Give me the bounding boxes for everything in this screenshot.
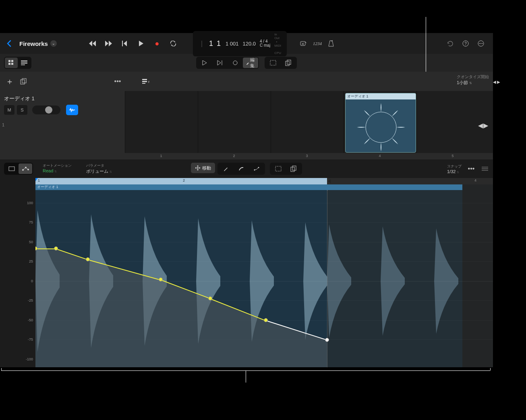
track-header-bar: ＋ ••• R クオンタイズ開始 1小節 ⇅ ◀▶ [0, 72, 493, 91]
help-icon[interactable]: ? [462, 39, 470, 48]
preview-play-button[interactable] [197, 58, 212, 68]
automation-point[interactable] [208, 296, 212, 300]
editor-menu-icon[interactable] [481, 165, 489, 173]
automation-plot[interactable]: 1 2 4 オーディオ 1 [35, 178, 493, 367]
updown-icon: ⇅ [54, 170, 57, 173]
svg-rect-11 [8, 60, 10, 62]
list-view-button[interactable] [18, 58, 31, 68]
countoff-button[interactable]: 1234 [313, 39, 321, 48]
tick-100: 100 [27, 201, 33, 205]
clip-label: オーディオ 1 [37, 185, 58, 189]
add-track-button[interactable]: ＋ [6, 77, 14, 85]
automation-point[interactable] [325, 338, 329, 342]
parameter-select[interactable]: パラメータ ボリューム ⇅ [86, 163, 112, 174]
ruler-1: 1 [160, 154, 162, 158]
right-arrow-icon[interactable]: ▶ [497, 80, 500, 84]
svg-point-9 [480, 43, 481, 44]
playhead-start-icon[interactable] [35, 178, 38, 181]
copy-tool[interactable] [286, 163, 301, 174]
quantize-panel[interactable]: クオンタイズ開始 1小節 ⇅ ◀▶ [457, 74, 489, 86]
preview-play-solo-button[interactable] [212, 58, 228, 68]
project-title[interactable]: Fireworks ⌄ [19, 40, 57, 47]
move-tool-button[interactable]: 移動 [191, 163, 215, 173]
back-button[interactable] [4, 39, 14, 48]
editor-right: スナップ 1/32 ⇅ ••• [447, 164, 489, 174]
more-icon[interactable] [477, 39, 485, 48]
volume-slider[interactable] [32, 106, 60, 114]
metronome-icon[interactable] [327, 39, 335, 48]
key-signature: C maj [260, 43, 270, 48]
curve-tool[interactable] [249, 163, 264, 174]
grid-view-button[interactable] [5, 58, 18, 68]
solo-button[interactable]: S [17, 105, 27, 115]
automation-point[interactable] [264, 318, 268, 322]
clip-header[interactable]: オーディオ 1 [35, 184, 462, 190]
duplicate-track-button[interactable] [19, 77, 27, 85]
marquee-tool[interactable] [271, 163, 286, 174]
automation-point[interactable] [54, 246, 58, 250]
waveform-area[interactable] [35, 190, 493, 367]
snap-select[interactable]: スナップ 1/32 ⇅ [447, 164, 462, 174]
svg-rect-12 [11, 60, 13, 62]
tick-m25: -25 [28, 298, 33, 302]
lcd-display[interactable]: ｜ 1 1 1 001 120.0 4 / 4 C maj In Out • M… [193, 31, 287, 56]
automation-point[interactable] [159, 277, 163, 281]
undo-icon[interactable] [446, 39, 454, 48]
svg-rect-0 [122, 41, 123, 46]
updown-icon: ⇅ [110, 170, 112, 173]
snap-value: 1/32 [447, 169, 456, 174]
go-to-start-button[interactable] [120, 39, 129, 48]
record-button[interactable]: ● [153, 39, 162, 48]
svg-rect-27 [142, 83, 145, 84]
left-arrow-icon[interactable]: ◀ [493, 80, 496, 84]
view-mode-group [4, 57, 31, 69]
marquee-tool-button[interactable] [265, 58, 281, 68]
replace-icon[interactable] [300, 39, 308, 48]
lcd-signature: 4 / 4 C maj [260, 39, 270, 48]
playback-tool-group: 編集 [196, 57, 259, 69]
track-header[interactable]: 1 オーディオ 1 M S [0, 91, 125, 159]
svg-rect-16 [21, 62, 27, 64]
arrange-ruler[interactable]: 1 2 3 4 5 [125, 153, 493, 159]
param-value: ボリューム [86, 169, 108, 174]
callout-line-editor-v [246, 370, 246, 383]
track-index: 1 [0, 122, 7, 127]
zoom-left-icon: ◀ [478, 122, 483, 129]
zoom-nav[interactable]: ◀▶ [478, 122, 488, 129]
editor-ruler[interactable]: 1 2 4 [35, 178, 493, 184]
automation-mode[interactable]: オートメーション Read ⇅ [43, 163, 72, 174]
lcd-meters: In Out • MIDI CPU [274, 33, 281, 55]
copy-tool-button[interactable] [281, 58, 296, 68]
editor-params: オートメーション Read ⇅ パラメータ ボリューム ⇅ [43, 163, 112, 174]
input-monitor-button[interactable] [66, 105, 78, 115]
automation-point[interactable] [86, 257, 90, 261]
automation-segment[interactable] [35, 248, 56, 249]
mute-button[interactable]: M [4, 105, 14, 115]
cycle-end-icon[interactable] [328, 179, 331, 183]
arrange-area[interactable]: オーディオ 1 1 2 [125, 91, 493, 159]
editor-more-icon[interactable]: ••• [467, 165, 475, 173]
brush-tool[interactable] [234, 163, 249, 174]
ruler-4: 4 [379, 154, 381, 158]
rewind-button[interactable] [88, 39, 97, 48]
region-inspector-icon[interactable]: R [142, 77, 150, 85]
ed-ruler-2: 2 [183, 178, 185, 182]
play-button[interactable] [137, 39, 145, 48]
tick-0: 0 [31, 279, 33, 283]
svg-rect-13 [8, 63, 10, 65]
automation-view-button[interactable] [19, 163, 32, 174]
track-menu-icon[interactable]: ••• [114, 77, 122, 85]
region-label: オーディオ 1 [346, 93, 416, 99]
pencil-tool[interactable] [218, 163, 234, 174]
audio-region[interactable]: オーディオ 1 [345, 93, 416, 153]
slider-thumb[interactable] [45, 106, 52, 114]
region-view-button[interactable] [5, 163, 19, 174]
edit-mode-button[interactable]: 編集 [243, 58, 258, 68]
callout-tick-right [490, 368, 491, 370]
loop-record-button[interactable] [228, 58, 243, 68]
svg-rect-30 [9, 167, 14, 171]
cycle-button[interactable] [169, 39, 178, 48]
forward-button[interactable] [104, 39, 113, 48]
svg-rect-17 [21, 64, 25, 65]
move-label: 移動 [202, 165, 211, 171]
